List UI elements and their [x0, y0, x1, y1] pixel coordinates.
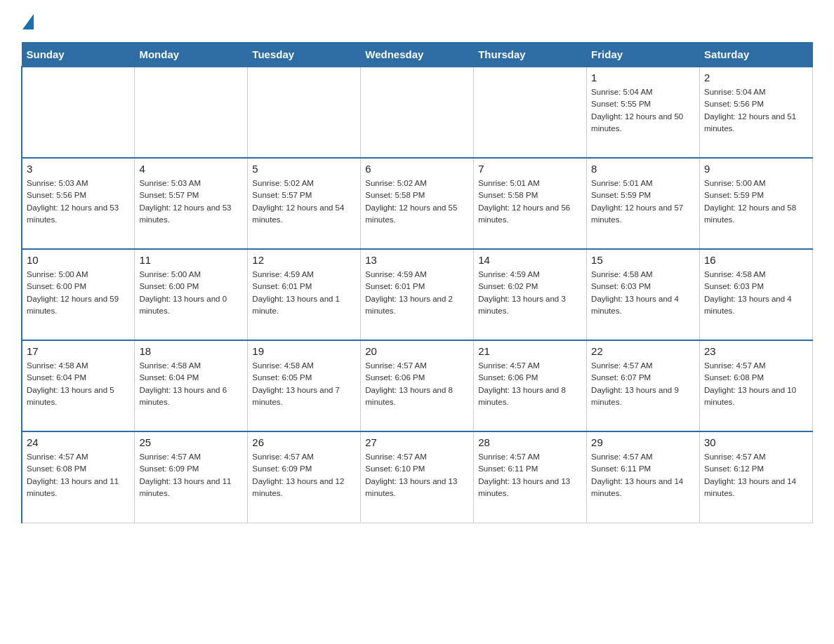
day-number: 7	[478, 163, 582, 175]
day-info: Sunrise: 5:03 AMSunset: 5:56 PMDaylight:…	[27, 177, 130, 226]
day-info: Sunrise: 5:03 AMSunset: 5:57 PMDaylight:…	[139, 177, 243, 226]
calendar-cell: 8Sunrise: 5:01 AMSunset: 5:59 PMDaylight…	[587, 158, 700, 249]
week-row-1: 1Sunrise: 5:04 AMSunset: 5:55 PMDaylight…	[22, 67, 813, 158]
day-number: 11	[139, 254, 243, 266]
day-number: 10	[27, 254, 130, 266]
calendar-cell: 28Sunrise: 4:57 AMSunset: 6:11 PMDayligh…	[474, 431, 587, 523]
day-info: Sunrise: 4:57 AMSunset: 6:09 PMDaylight:…	[139, 451, 243, 499]
day-number: 19	[252, 345, 356, 357]
day-info: Sunrise: 4:58 AMSunset: 6:03 PMDaylight:…	[591, 269, 695, 317]
day-number: 6	[365, 163, 469, 175]
calendar-cell	[22, 67, 135, 158]
calendar-cell: 24Sunrise: 4:57 AMSunset: 6:08 PMDayligh…	[22, 431, 135, 523]
calendar-cell: 30Sunrise: 4:57 AMSunset: 6:12 PMDayligh…	[700, 431, 813, 523]
calendar-cell: 10Sunrise: 5:00 AMSunset: 6:00 PMDayligh…	[22, 249, 135, 340]
calendar-cell: 26Sunrise: 4:57 AMSunset: 6:09 PMDayligh…	[248, 431, 361, 523]
logo-triangle-icon	[22, 14, 34, 29]
calendar-table: SundayMondayTuesdayWednesdayThursdayFrid…	[21, 42, 813, 523]
calendar-cell: 9Sunrise: 5:00 AMSunset: 5:59 PMDaylight…	[700, 158, 813, 249]
day-number: 9	[704, 163, 808, 175]
day-number: 26	[252, 436, 356, 448]
calendar-cell: 12Sunrise: 4:59 AMSunset: 6:01 PMDayligh…	[248, 249, 361, 340]
day-number: 14	[478, 254, 582, 266]
week-row-3: 10Sunrise: 5:00 AMSunset: 6:00 PMDayligh…	[22, 249, 813, 340]
day-number: 1	[591, 72, 695, 83]
calendar-cell: 13Sunrise: 4:59 AMSunset: 6:01 PMDayligh…	[361, 249, 474, 340]
calendar-cell: 22Sunrise: 4:57 AMSunset: 6:07 PMDayligh…	[587, 340, 700, 431]
col-header-friday: Friday	[587, 43, 700, 67]
day-info: Sunrise: 4:58 AMSunset: 6:03 PMDaylight:…	[704, 269, 808, 317]
col-header-sunday: Sunday	[22, 43, 135, 67]
week-row-2: 3Sunrise: 5:03 AMSunset: 5:56 PMDaylight…	[22, 158, 813, 249]
day-info: Sunrise: 4:57 AMSunset: 6:11 PMDaylight:…	[478, 451, 582, 499]
day-info: Sunrise: 4:57 AMSunset: 6:08 PMDaylight:…	[704, 360, 808, 408]
day-info: Sunrise: 4:59 AMSunset: 6:01 PMDaylight:…	[365, 269, 469, 317]
day-info: Sunrise: 5:00 AMSunset: 6:00 PMDaylight:…	[27, 269, 130, 317]
col-header-thursday: Thursday	[474, 43, 587, 67]
day-info: Sunrise: 4:57 AMSunset: 6:11 PMDaylight:…	[591, 451, 695, 499]
col-header-saturday: Saturday	[700, 43, 813, 67]
calendar-cell: 27Sunrise: 4:57 AMSunset: 6:10 PMDayligh…	[361, 431, 474, 523]
day-info: Sunrise: 4:57 AMSunset: 6:12 PMDaylight:…	[704, 451, 808, 499]
day-number: 20	[365, 345, 469, 357]
day-info: Sunrise: 5:00 AMSunset: 6:00 PMDaylight:…	[139, 269, 243, 317]
day-info: Sunrise: 5:01 AMSunset: 5:59 PMDaylight:…	[591, 177, 695, 226]
calendar-cell: 5Sunrise: 5:02 AMSunset: 5:57 PMDaylight…	[248, 158, 361, 249]
logo	[21, 14, 34, 28]
day-number: 30	[704, 436, 808, 448]
day-info: Sunrise: 4:58 AMSunset: 6:05 PMDaylight:…	[252, 360, 356, 408]
calendar-cell	[135, 67, 248, 158]
day-number: 29	[591, 436, 695, 448]
day-number: 12	[252, 254, 356, 266]
col-header-monday: Monday	[135, 43, 248, 67]
col-header-tuesday: Tuesday	[248, 43, 361, 67]
calendar-cell	[474, 67, 587, 158]
day-number: 18	[139, 345, 243, 357]
week-row-5: 24Sunrise: 4:57 AMSunset: 6:08 PMDayligh…	[22, 431, 813, 523]
day-info: Sunrise: 5:02 AMSunset: 5:58 PMDaylight:…	[365, 177, 469, 226]
day-number: 2	[704, 72, 808, 83]
day-info: Sunrise: 4:59 AMSunset: 6:01 PMDaylight:…	[252, 269, 356, 317]
day-number: 5	[252, 163, 356, 175]
day-number: 28	[478, 436, 582, 448]
day-info: Sunrise: 4:57 AMSunset: 6:09 PMDaylight:…	[252, 451, 356, 499]
calendar-cell: 16Sunrise: 4:58 AMSunset: 6:03 PMDayligh…	[700, 249, 813, 340]
col-header-wednesday: Wednesday	[361, 43, 474, 67]
day-info: Sunrise: 5:04 AMSunset: 5:56 PMDaylight:…	[704, 86, 808, 135]
calendar-header-row: SundayMondayTuesdayWednesdayThursdayFrid…	[22, 43, 813, 67]
calendar-cell: 4Sunrise: 5:03 AMSunset: 5:57 PMDaylight…	[135, 158, 248, 249]
day-info: Sunrise: 4:58 AMSunset: 6:04 PMDaylight:…	[139, 360, 243, 408]
calendar-cell: 19Sunrise: 4:58 AMSunset: 6:05 PMDayligh…	[248, 340, 361, 431]
calendar-cell: 17Sunrise: 4:58 AMSunset: 6:04 PMDayligh…	[22, 340, 135, 431]
calendar-cell	[361, 67, 474, 158]
day-number: 25	[139, 436, 243, 448]
calendar-cell: 20Sunrise: 4:57 AMSunset: 6:06 PMDayligh…	[361, 340, 474, 431]
day-number: 16	[704, 254, 808, 266]
calendar-cell: 23Sunrise: 4:57 AMSunset: 6:08 PMDayligh…	[700, 340, 813, 431]
calendar-cell: 2Sunrise: 5:04 AMSunset: 5:56 PMDaylight…	[700, 67, 813, 158]
calendar-cell	[248, 67, 361, 158]
day-number: 15	[591, 254, 695, 266]
day-number: 13	[365, 254, 469, 266]
day-info: Sunrise: 4:57 AMSunset: 6:06 PMDaylight:…	[478, 360, 582, 408]
day-number: 3	[27, 163, 130, 175]
day-info: Sunrise: 4:58 AMSunset: 6:04 PMDaylight:…	[27, 360, 130, 408]
day-info: Sunrise: 4:57 AMSunset: 6:07 PMDaylight:…	[591, 360, 695, 408]
day-number: 24	[27, 436, 130, 448]
calendar-cell: 7Sunrise: 5:01 AMSunset: 5:58 PMDaylight…	[474, 158, 587, 249]
calendar-cell: 21Sunrise: 4:57 AMSunset: 6:06 PMDayligh…	[474, 340, 587, 431]
day-info: Sunrise: 4:59 AMSunset: 6:02 PMDaylight:…	[478, 269, 582, 317]
day-info: Sunrise: 4:57 AMSunset: 6:08 PMDaylight:…	[27, 451, 130, 499]
page-header	[21, 14, 813, 28]
day-number: 27	[365, 436, 469, 448]
day-number: 21	[478, 345, 582, 357]
calendar-cell: 3Sunrise: 5:03 AMSunset: 5:56 PMDaylight…	[22, 158, 135, 249]
calendar-cell: 18Sunrise: 4:58 AMSunset: 6:04 PMDayligh…	[135, 340, 248, 431]
day-info: Sunrise: 5:02 AMSunset: 5:57 PMDaylight:…	[252, 177, 356, 226]
day-number: 23	[704, 345, 808, 357]
day-number: 4	[139, 163, 243, 175]
day-number: 22	[591, 345, 695, 357]
calendar-cell: 1Sunrise: 5:04 AMSunset: 5:55 PMDaylight…	[587, 67, 700, 158]
day-number: 17	[27, 345, 130, 357]
calendar-cell: 25Sunrise: 4:57 AMSunset: 6:09 PMDayligh…	[135, 431, 248, 523]
